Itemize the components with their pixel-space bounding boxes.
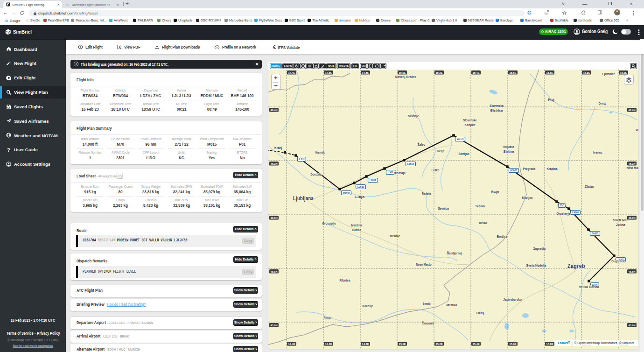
svg-text:Slovenske: Slovenske [463, 118, 477, 122]
svg-text:f: f [67, 3, 68, 6]
svg-text:Klanjec: Klanjec [522, 196, 532, 200]
svg-text:Konjice: Konjice [464, 123, 475, 127]
svg-text:45.6N: 45.6N [271, 324, 278, 327]
svg-text:16.2E: 16.2E [620, 71, 627, 74]
svg-text:Ljutomer: Ljutomer [602, 72, 615, 76]
svg-text:LJ611: LJ611 [357, 185, 364, 188]
svg-text:46.2N: 46.2N [629, 162, 636, 165]
svg-text:Metlika: Metlika [446, 303, 457, 307]
svg-text:Ormož: Ormož [599, 101, 607, 106]
svg-text:46.4N: 46.4N [629, 109, 636, 112]
svg-text:Slovenj Gradec: Slovenj Gradec [395, 75, 416, 79]
svg-text:46.0N: 46.0N [271, 217, 278, 219]
svg-text:15.4E: 15.4E [473, 71, 480, 74]
svg-text:Šentjur: Šentjur [458, 152, 469, 156]
svg-text:Zaprešić: Zaprešić [533, 246, 546, 251]
svg-text:Čabar: Čabar [324, 316, 332, 320]
svg-text:Črnomelj: Črnomelj [422, 321, 434, 325]
svg-text:|: | [572, 341, 573, 345]
svg-text:46.2N: 46.2N [271, 162, 278, 165]
svg-text:Brežice: Brežice [497, 234, 507, 239]
svg-text:Sveta Nedelja: Sveta Nedelja [526, 263, 547, 268]
svg-text:LJ612: LJ612 [370, 179, 377, 182]
svg-text:Ivanec: Ivanec [593, 150, 602, 155]
svg-text:Domžale: Domžale [310, 172, 321, 176]
svg-text:Laško: Laško [432, 168, 440, 172]
svg-text:14.6E: 14.6E [325, 343, 332, 345]
svg-text:Oroslavje: Oroslavje [556, 211, 570, 216]
svg-text:Krapina: Krapina [546, 167, 558, 171]
svg-text:45.8N: 45.8N [271, 270, 278, 273]
svg-text:Velika Gorica: Velika Gorica [579, 285, 600, 289]
svg-text:Ozalj: Ozalj [476, 311, 484, 315]
svg-text:Sevnica: Sevnica [438, 206, 449, 211]
svg-text:45.8N: 45.8N [629, 270, 636, 273]
svg-text:15.0E: 15.0E [399, 71, 406, 74]
svg-text:14.4E: 14.4E [288, 71, 295, 74]
svg-text:s: s [69, 4, 70, 6]
svg-text:LJ614: LJ614 [407, 162, 414, 165]
svg-text:ZA806: ZA806 [572, 211, 579, 214]
svg-text:14.4E: 14.4E [288, 343, 295, 345]
svg-text:VALLU: VALLU [457, 138, 464, 141]
svg-text:Gorica: Gorica [352, 228, 361, 232]
svg-text:LJLJ: LJLJ [299, 158, 305, 161]
svg-text:Grosuplje: Grosuplje [322, 221, 336, 225]
svg-text:Novo Mesto: Novo Mesto [416, 262, 432, 267]
svg-text:Varaždin: Varaždin [636, 128, 638, 132]
svg-text:Zelina: Zelina [616, 223, 626, 227]
svg-text:14.6E: 14.6E [325, 71, 332, 74]
svg-text:Sveti Ivan: Sveti Ivan [613, 218, 629, 222]
svg-text:Ptuj: Ptuj [548, 98, 554, 102]
svg-text:MIPRO: MIPRO [343, 191, 350, 194]
svg-text:Litija: Litija [355, 195, 365, 199]
svg-text:Zlatar: Zlatar [585, 184, 594, 189]
svg-text:Kočevje: Kočevje [362, 304, 373, 308]
svg-text:Žalec: Žalec [418, 142, 426, 147]
svg-text:Kamnik: Kamnik [315, 150, 325, 155]
svg-text:45.6N: 45.6N [629, 324, 636, 327]
svg-text:Trbovlje: Trbovlje [393, 171, 406, 175]
svg-text:Leaflet: Leaflet [558, 341, 568, 345]
svg-text:Krško: Krško [479, 221, 487, 225]
svg-text:PODET: PODET [511, 169, 518, 172]
svg-text:15.6E: 15.6E [510, 343, 517, 345]
svg-text:15.2E: 15.2E [436, 343, 443, 345]
svg-text:TOC: TOC [560, 204, 564, 207]
svg-text:Novi Marof: Novi Marof [627, 166, 639, 170]
svg-text:Slovenska: Slovenska [490, 104, 504, 108]
svg-text:46.0N: 46.0N [629, 217, 636, 219]
svg-text:Kozje: Kozje [491, 190, 499, 194]
svg-text:Rogaška: Rogaška [503, 145, 514, 149]
svg-text:Radeče: Radeče [422, 191, 431, 196]
svg-text:Trebnje: Trebnje [389, 234, 400, 238]
svg-text:Jastrebarsko: Jastrebarsko [503, 297, 522, 302]
svg-text:Šentjernej: Šentjernej [447, 251, 462, 255]
svg-text:Zagreb: Zagreb [567, 263, 585, 269]
svg-text:15.4E: 15.4E [473, 343, 480, 345]
svg-text:15.0E: 15.0E [399, 343, 406, 345]
svg-text:Semič: Semič [423, 302, 431, 306]
svg-text:14.8E: 14.8E [362, 343, 369, 345]
svg-text:14.8E: 14.8E [362, 71, 369, 74]
svg-text:46.4N: 46.4N [271, 109, 278, 112]
svg-text:Ribnica: Ribnica [339, 278, 350, 282]
svg-text:Senovo: Senovo [476, 204, 485, 208]
svg-text:Slatina: Slatina [503, 149, 514, 154]
svg-text:15.6E: 15.6E [510, 71, 517, 74]
svg-text:© OpenStreetMap contributors,: © OpenStreetMap contributors, © SimBrief [574, 341, 634, 345]
svg-text:15.8E: 15.8E [546, 343, 553, 345]
svg-text:Velenje: Velenje [408, 114, 419, 118]
svg-text:Bistrica: Bistrica [490, 108, 503, 113]
svg-text:Dugo Selo: Dugo Selo [611, 259, 625, 263]
svg-text:Pregrada: Pregrada [523, 167, 536, 171]
svg-text:Celje: Celje [437, 149, 445, 153]
svg-text:Ljubljana: Ljubljana [293, 195, 314, 202]
svg-text:15.2E: 15.2E [436, 71, 443, 74]
svg-text:Ivančna: Ivančna [351, 223, 362, 227]
svg-text:ZA807: ZA807 [592, 232, 599, 235]
svg-text:?: ? [7, 147, 10, 152]
svg-text:15.8E: 15.8E [546, 71, 553, 74]
svg-text:16.0E: 16.0E [583, 71, 590, 74]
svg-text:Kranj: Kranj [274, 146, 282, 150]
